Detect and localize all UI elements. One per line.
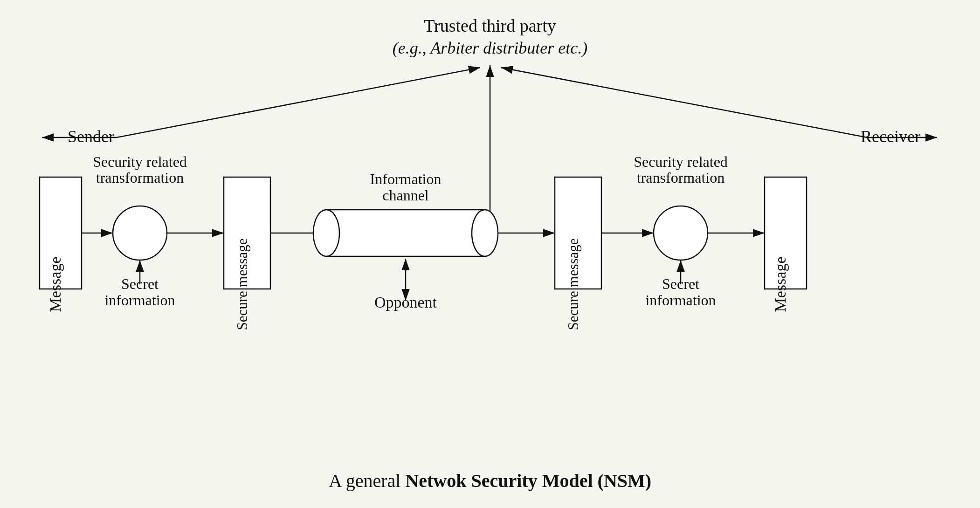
info-channel-2: channel xyxy=(382,187,429,204)
sec-transform-left-2: transformation xyxy=(96,169,184,186)
svg-line-3 xyxy=(117,68,480,137)
channel-cylinder-body xyxy=(326,210,485,256)
info-channel-1: Information xyxy=(370,171,442,187)
sec-transform-right-1: Security related xyxy=(634,153,728,170)
diagram-container: Trusted third party (e.g., Arbiter distr… xyxy=(0,0,980,508)
trusted-party-line2: (e.g., Arbiter distributer etc.) xyxy=(393,39,587,57)
message-left-text: Message xyxy=(47,257,64,312)
sec-transform-right-2: transformation xyxy=(637,169,725,186)
channel-cylinder-left xyxy=(313,210,339,256)
sender-label: Sender xyxy=(68,127,114,146)
transform-circle-right xyxy=(654,206,708,260)
channel-cylinder-right xyxy=(472,210,498,256)
trusted-party-line1: Trusted third party xyxy=(424,16,556,35)
receiver-label: Receiver xyxy=(861,127,920,146)
secret-info-right-2: information xyxy=(645,292,716,309)
transform-circle-left xyxy=(113,206,167,260)
diagram-title: A general Netwok Security Model (NSM) xyxy=(329,470,651,491)
svg-line-4 xyxy=(501,68,867,137)
message-right-text: Message xyxy=(772,257,789,312)
secure-message-left-text: Secure message xyxy=(234,238,250,330)
secure-message-right-text: Secure message xyxy=(565,238,581,330)
secret-info-left-2: information xyxy=(104,292,175,309)
sec-transform-left-1: Security related xyxy=(93,153,187,170)
